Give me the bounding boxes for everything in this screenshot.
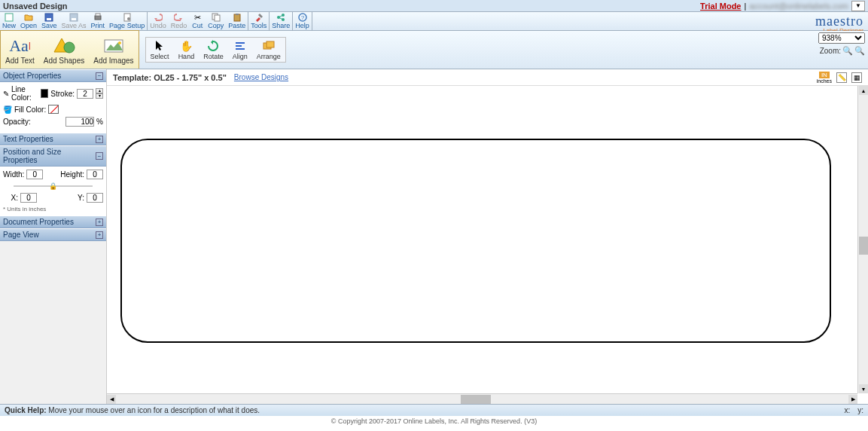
label-shape[interactable] (120, 139, 831, 343)
width-input[interactable] (26, 170, 43, 179)
document-properties-header[interactable]: Document Properties+ (0, 216, 106, 228)
paste-button[interactable]: Paste (226, 12, 248, 30)
account-dropdown[interactable]: ▼ (851, 1, 865, 11)
svg-rect-10 (215, 15, 220, 21)
tools-button[interactable]: Tools (248, 12, 269, 30)
svg-rect-11 (234, 14, 240, 21)
cursor-icon (154, 39, 165, 53)
zoom-label: Zoom: (820, 47, 841, 55)
print-button[interactable]: Print (89, 12, 108, 30)
trial-mode-link[interactable]: Trial Mode (700, 2, 741, 11)
svg-rect-23 (236, 42, 245, 44)
sub-toolbar: Aa|Add Text Add Shapes Add Images Select… (0, 31, 868, 69)
stroke-down[interactable]: ▾ (96, 93, 103, 99)
redo-button[interactable]: Redo (169, 12, 190, 30)
select-tool[interactable]: Select (146, 38, 174, 62)
help-bar: Quick Help: Move your mouse over an icon… (0, 404, 868, 416)
svg-rect-4 (72, 18, 76, 20)
template-info: Template: OL25 - 1.75" x 0.5" (113, 73, 227, 82)
user-email: account@onlinelabels.com (749, 2, 848, 11)
add-shapes-icon (53, 35, 75, 57)
coord-x: x: (844, 406, 850, 414)
undo-icon (153, 13, 163, 22)
new-icon (4, 13, 14, 22)
expand-icon[interactable]: + (96, 231, 103, 239)
arrange-tool[interactable]: Arrange (252, 38, 285, 62)
zoom-in-icon[interactable]: 🔍 (854, 46, 865, 56)
redo-icon (173, 13, 184, 22)
align-tool[interactable]: Align (228, 38, 252, 62)
add-text-tab[interactable]: Aa|Add Text (1, 31, 39, 69)
share-button[interactable]: Share (270, 12, 292, 30)
pencil-icon: ✎ (3, 90, 9, 98)
object-properties-header[interactable]: Object Properties− (0, 69, 106, 82)
tools-icon (254, 13, 264, 22)
stroke-up[interactable]: ▴ (96, 88, 103, 93)
page-setup-icon (122, 13, 132, 22)
height-input[interactable] (87, 170, 103, 179)
line-color-swatch[interactable] (41, 89, 49, 98)
hand-tool[interactable]: ✋Hand (174, 38, 199, 62)
height-label: Height: (60, 170, 84, 179)
arrange-icon (263, 39, 275, 53)
zoom-select[interactable]: 938% (818, 32, 865, 44)
svg-point-19 (64, 42, 75, 53)
svg-text:?: ? (300, 14, 304, 21)
page-setup-button[interactable]: Page Setup (107, 12, 147, 30)
zoom-out-icon[interactable]: 🔍 (842, 46, 853, 56)
align-icon (235, 39, 245, 53)
help-button[interactable]: ?Help (293, 12, 312, 30)
rotate-icon (207, 39, 219, 53)
x-label: X: (3, 194, 18, 202)
y-input[interactable] (87, 193, 103, 203)
hand-icon: ✋ (180, 39, 193, 53)
canvas-viewport[interactable]: ▲▼ ◀▶ (107, 86, 868, 404)
vertical-scrollbar[interactable]: ▲▼ (857, 86, 868, 393)
text-properties-header[interactable]: Text Properties+ (0, 133, 106, 145)
print-icon (93, 13, 103, 22)
position-properties-header[interactable]: Position and Size Properties− (0, 145, 106, 167)
main-toolbar: New Open Save Save As Print Page Setup U… (0, 12, 868, 31)
unit-toggle[interactable]: INinches (817, 72, 832, 84)
canvas-area: Template: OL25 - 1.75" x 0.5" Browse Des… (107, 69, 868, 404)
rotate-tool[interactable]: Rotate (199, 38, 228, 62)
collapse-icon[interactable]: − (96, 152, 103, 160)
copy-button[interactable]: Copy (206, 12, 226, 30)
expand-icon[interactable]: + (96, 136, 103, 143)
expand-icon[interactable]: + (96, 219, 103, 226)
share-icon (276, 13, 286, 22)
svg-rect-25 (236, 48, 245, 50)
fill-color-swatch[interactable] (48, 105, 59, 114)
document-title: Unsaved Design (3, 2, 68, 11)
save-as-icon (69, 13, 79, 22)
opacity-input[interactable] (65, 117, 94, 127)
title-bar: Unsaved Design Trial Mode | account@onli… (0, 0, 868, 12)
ruler-icon[interactable]: 📏 (836, 72, 847, 83)
horizontal-scrollbar[interactable]: ◀▶ (107, 393, 857, 404)
coord-y: y: (857, 406, 863, 414)
collapse-icon[interactable]: − (96, 72, 103, 80)
aspect-lock-slider[interactable]: 🔒 (14, 182, 93, 190)
cut-button[interactable]: ✂Cut (189, 12, 206, 30)
opacity-label: Opacity: (3, 118, 31, 126)
save-button[interactable]: Save (39, 12, 59, 30)
add-images-tab[interactable]: Add Images (89, 31, 138, 69)
new-button[interactable]: New (0, 12, 18, 30)
svg-rect-6 (96, 14, 100, 16)
open-button[interactable]: Open (18, 12, 39, 30)
stroke-label: Stroke: (50, 90, 75, 98)
add-text-icon: Aa| (9, 35, 30, 57)
stroke-input[interactable] (77, 89, 93, 99)
svg-rect-12 (236, 14, 239, 15)
lock-icon[interactable]: 🔒 (49, 182, 57, 190)
bucket-icon: 🪣 (3, 105, 12, 114)
undo-button[interactable]: Undo (148, 12, 169, 30)
svg-rect-27 (266, 41, 274, 47)
grid-icon[interactable]: ▦ (851, 72, 862, 83)
page-view-header[interactable]: Page View+ (0, 228, 106, 241)
x-input[interactable] (20, 193, 37, 203)
y-label: Y: (69, 194, 84, 202)
browse-designs-link[interactable]: Browse Designs (234, 73, 288, 81)
add-shapes-tab[interactable]: Add Shapes (39, 31, 90, 69)
save-as-button[interactable]: Save As (59, 12, 89, 30)
